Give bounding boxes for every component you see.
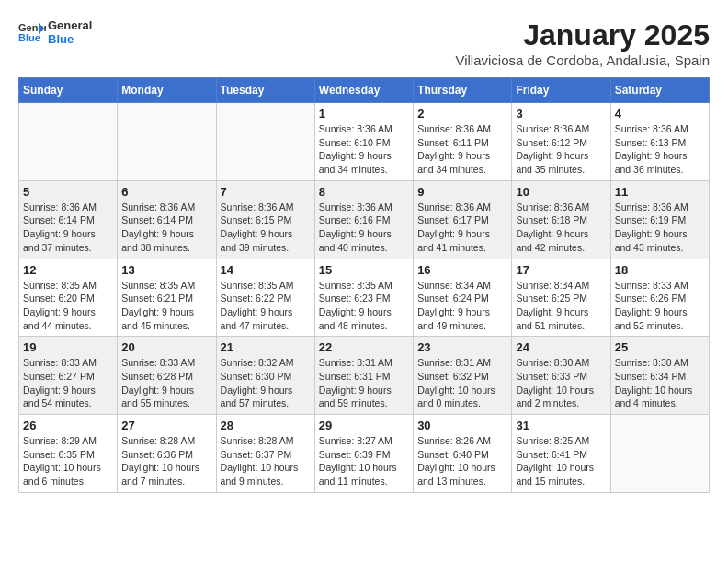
day-number: 25	[615, 340, 705, 354]
day-number: 4	[615, 107, 705, 121]
day-number: 6	[121, 185, 211, 199]
day-number: 10	[516, 185, 606, 199]
day-info: Sunrise: 8:28 AM Sunset: 6:36 PM Dayligh…	[121, 434, 211, 488]
day-header-wednesday: Wednesday	[314, 78, 413, 103]
calendar-cell: 28Sunrise: 8:28 AM Sunset: 6:37 PM Dayli…	[216, 415, 314, 493]
calendar-cell: 11Sunrise: 8:36 AM Sunset: 6:19 PM Dayli…	[610, 180, 709, 259]
day-number: 8	[319, 185, 409, 199]
day-number: 19	[23, 340, 113, 354]
svg-text:Blue: Blue	[18, 32, 40, 43]
calendar-cell: 17Sunrise: 8:34 AM Sunset: 6:25 PM Dayli…	[512, 259, 610, 337]
calendar-cell: 16Sunrise: 8:34 AM Sunset: 6:24 PM Dayli…	[414, 259, 512, 337]
day-info: Sunrise: 8:32 AM Sunset: 6:30 PM Dayligh…	[221, 356, 311, 410]
day-number: 17	[516, 263, 606, 277]
day-info: Sunrise: 8:29 AM Sunset: 6:35 PM Dayligh…	[23, 434, 113, 488]
day-header-saturday: Saturday	[610, 78, 709, 103]
day-number: 1	[319, 107, 409, 121]
day-info: Sunrise: 8:31 AM Sunset: 6:32 PM Dayligh…	[417, 356, 507, 410]
month-title: January 2025	[455, 18, 710, 52]
calendar-cell: 22Sunrise: 8:31 AM Sunset: 6:31 PM Dayli…	[314, 337, 413, 415]
day-number: 22	[319, 340, 409, 354]
day-number: 28	[221, 419, 311, 432]
day-number: 30	[417, 419, 507, 432]
day-number: 23	[417, 340, 507, 354]
day-number: 16	[417, 263, 507, 277]
day-info: Sunrise: 8:36 AM Sunset: 6:10 PM Dayligh…	[319, 122, 409, 177]
calendar-cell: 29Sunrise: 8:27 AM Sunset: 6:39 PM Dayli…	[314, 415, 413, 493]
calendar-cell	[610, 415, 709, 493]
title-block: January 2025 Villaviciosa de Cordoba, An…	[455, 18, 710, 68]
calendar-cell: 3Sunrise: 8:36 AM Sunset: 6:12 PM Daylig…	[512, 103, 610, 181]
calendar-cell: 18Sunrise: 8:33 AM Sunset: 6:26 PM Dayli…	[610, 259, 709, 337]
calendar-cell: 26Sunrise: 8:29 AM Sunset: 6:35 PM Dayli…	[19, 415, 118, 493]
day-info: Sunrise: 8:35 AM Sunset: 6:20 PM Dayligh…	[23, 279, 113, 333]
day-info: Sunrise: 8:34 AM Sunset: 6:24 PM Dayligh…	[417, 279, 507, 333]
day-info: Sunrise: 8:25 AM Sunset: 6:41 PM Dayligh…	[516, 434, 606, 488]
day-info: Sunrise: 8:31 AM Sunset: 6:31 PM Dayligh…	[319, 356, 409, 410]
calendar-cell: 12Sunrise: 8:35 AM Sunset: 6:20 PM Dayli…	[19, 259, 118, 337]
calendar-table: SundayMondayTuesdayWednesdayThursdayFrid…	[18, 77, 710, 493]
day-number: 18	[615, 263, 705, 277]
calendar-cell: 25Sunrise: 8:30 AM Sunset: 6:34 PM Dayli…	[610, 337, 709, 415]
day-header-friday: Friday	[512, 78, 610, 103]
day-info: Sunrise: 8:34 AM Sunset: 6:25 PM Dayligh…	[516, 279, 606, 333]
day-info: Sunrise: 8:33 AM Sunset: 6:28 PM Dayligh…	[121, 356, 211, 410]
calendar-cell	[118, 103, 216, 181]
day-number: 21	[221, 340, 311, 354]
day-number: 14	[221, 263, 311, 277]
day-number: 2	[417, 107, 507, 121]
calendar-cell: 30Sunrise: 8:26 AM Sunset: 6:40 PM Dayli…	[414, 415, 512, 493]
day-info: Sunrise: 8:35 AM Sunset: 6:23 PM Dayligh…	[319, 279, 409, 333]
day-info: Sunrise: 8:26 AM Sunset: 6:40 PM Dayligh…	[417, 434, 507, 488]
day-number: 20	[121, 340, 211, 354]
calendar-cell: 4Sunrise: 8:36 AM Sunset: 6:13 PM Daylig…	[610, 103, 709, 181]
calendar-cell: 1Sunrise: 8:36 AM Sunset: 6:10 PM Daylig…	[314, 103, 413, 181]
day-number: 29	[319, 419, 409, 432]
calendar-cell: 24Sunrise: 8:30 AM Sunset: 6:33 PM Dayli…	[512, 337, 610, 415]
day-header-thursday: Thursday	[414, 78, 512, 103]
calendar-week-row: 12Sunrise: 8:35 AM Sunset: 6:20 PM Dayli…	[19, 259, 710, 337]
calendar-header-row: SundayMondayTuesdayWednesdayThursdayFrid…	[19, 78, 710, 103]
calendar-cell: 14Sunrise: 8:35 AM Sunset: 6:22 PM Dayli…	[216, 259, 314, 337]
logo-line2: Blue	[48, 32, 92, 46]
day-info: Sunrise: 8:35 AM Sunset: 6:21 PM Dayligh…	[121, 279, 211, 333]
day-number: 9	[417, 185, 507, 199]
day-number: 12	[23, 263, 113, 277]
day-info: Sunrise: 8:35 AM Sunset: 6:22 PM Dayligh…	[221, 279, 311, 333]
calendar-cell: 7Sunrise: 8:36 AM Sunset: 6:15 PM Daylig…	[216, 180, 314, 259]
day-number: 3	[516, 107, 606, 121]
calendar-week-row: 5Sunrise: 8:36 AM Sunset: 6:14 PM Daylig…	[19, 180, 710, 259]
calendar-cell: 20Sunrise: 8:33 AM Sunset: 6:28 PM Dayli…	[118, 337, 216, 415]
logo: General Blue General Blue	[18, 18, 92, 46]
calendar-cell: 27Sunrise: 8:28 AM Sunset: 6:36 PM Dayli…	[118, 415, 216, 493]
day-info: Sunrise: 8:36 AM Sunset: 6:15 PM Dayligh…	[221, 201, 311, 255]
day-info: Sunrise: 8:36 AM Sunset: 6:12 PM Dayligh…	[516, 122, 606, 177]
calendar-cell: 13Sunrise: 8:35 AM Sunset: 6:21 PM Dayli…	[118, 259, 216, 337]
day-number: 27	[121, 419, 211, 432]
day-info: Sunrise: 8:36 AM Sunset: 6:19 PM Dayligh…	[615, 201, 705, 255]
page-header: General Blue General Blue January 2025 V…	[18, 18, 710, 68]
day-number: 7	[221, 185, 311, 199]
day-number: 11	[615, 185, 705, 199]
day-number: 24	[516, 340, 606, 354]
day-number: 5	[23, 185, 113, 199]
calendar-week-row: 26Sunrise: 8:29 AM Sunset: 6:35 PM Dayli…	[19, 415, 710, 493]
calendar-cell: 6Sunrise: 8:36 AM Sunset: 6:14 PM Daylig…	[118, 180, 216, 259]
calendar-cell	[19, 103, 118, 181]
day-info: Sunrise: 8:27 AM Sunset: 6:39 PM Dayligh…	[319, 434, 409, 488]
day-info: Sunrise: 8:30 AM Sunset: 6:34 PM Dayligh…	[615, 356, 705, 410]
calendar-cell: 8Sunrise: 8:36 AM Sunset: 6:16 PM Daylig…	[314, 180, 413, 259]
logo-line1: General	[48, 18, 92, 32]
location-subtitle: Villaviciosa de Cordoba, Andalusia, Spai…	[455, 52, 710, 68]
day-info: Sunrise: 8:30 AM Sunset: 6:33 PM Dayligh…	[516, 356, 606, 410]
day-info: Sunrise: 8:36 AM Sunset: 6:13 PM Dayligh…	[615, 122, 705, 177]
calendar-cell: 10Sunrise: 8:36 AM Sunset: 6:18 PM Dayli…	[512, 180, 610, 259]
day-info: Sunrise: 8:36 AM Sunset: 6:11 PM Dayligh…	[417, 122, 507, 177]
calendar-cell: 31Sunrise: 8:25 AM Sunset: 6:41 PM Dayli…	[512, 415, 610, 493]
day-header-monday: Monday	[118, 78, 216, 103]
day-info: Sunrise: 8:36 AM Sunset: 6:14 PM Dayligh…	[121, 201, 211, 255]
calendar-week-row: 1Sunrise: 8:36 AM Sunset: 6:10 PM Daylig…	[19, 103, 710, 181]
calendar-week-row: 19Sunrise: 8:33 AM Sunset: 6:27 PM Dayli…	[19, 337, 710, 415]
calendar-cell: 2Sunrise: 8:36 AM Sunset: 6:11 PM Daylig…	[414, 103, 512, 181]
day-number: 13	[121, 263, 211, 277]
